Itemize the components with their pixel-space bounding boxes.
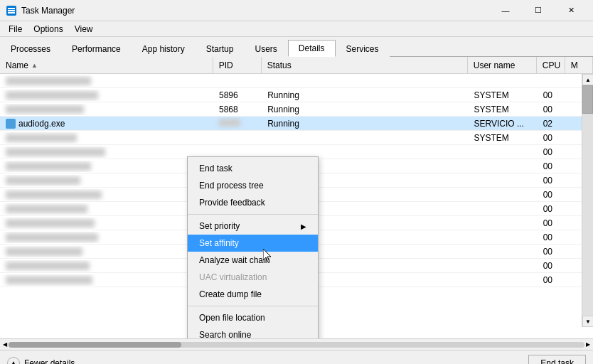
cell-username: SYSTEM — [468, 103, 537, 116]
cell-username — [468, 279, 537, 282]
blurred-name — [6, 148, 105, 156]
h-scroll-thumb[interactable] — [9, 342, 181, 348]
cell-username: SERVICIO ... — [468, 117, 537, 130]
cell-status: Running — [262, 89, 468, 102]
col-status[interactable]: Status — [262, 57, 468, 73]
table-row-selected[interactable]: audiodg.exe Running SERVICIO ... 02 — [0, 117, 593, 131]
cell-name — [0, 104, 213, 115]
cell-pid: 5868 — [213, 103, 262, 116]
cell-username — [468, 250, 537, 253]
tab-services[interactable]: Services — [336, 41, 390, 57]
cell-status: Running — [262, 117, 468, 130]
fewer-details-button[interactable]: ▲ Fewer details — [7, 357, 75, 365]
end-task-button[interactable]: End task — [528, 355, 586, 365]
context-menu: End task End process tree Provide feedba… — [187, 156, 319, 338]
minimize-button[interactable]: — — [489, 0, 522, 21]
cell-username — [468, 165, 537, 168]
scroll-right-button[interactable]: ▶ — [586, 341, 590, 348]
col-pid[interactable]: PID — [213, 57, 262, 73]
svg-rect-3 — [8, 8, 15, 9]
submenu-arrow: ▶ — [301, 223, 306, 230]
h-scroll-track[interactable] — [9, 342, 584, 348]
menu-view[interactable]: View — [69, 23, 99, 36]
cell-username — [468, 80, 537, 82]
cell-name — [0, 260, 213, 272]
ctx-create-dump-file[interactable]: Create dump file — [188, 286, 318, 303]
blurred-name — [6, 134, 77, 142]
table-row[interactable]: 5896 Running SYSTEM 00 — [0, 88, 593, 102]
blurred-name — [6, 176, 80, 185]
cell-cpu: 00 — [538, 174, 565, 187]
cell-name — [0, 146, 213, 158]
process-icon — [6, 119, 16, 129]
cell-name — [0, 189, 213, 200]
cell-username — [468, 151, 537, 154]
tab-startup[interactable]: Startup — [196, 41, 245, 57]
cell-cpu: 00 — [538, 231, 565, 244]
blurred-name — [6, 105, 84, 114]
ctx-open-file-location[interactable]: Open file location — [188, 309, 318, 326]
scroll-track[interactable] — [582, 85, 593, 316]
cell-cpu: 00 — [538, 103, 565, 116]
scroll-up-button[interactable]: ▲ — [582, 74, 593, 85]
blurred-name — [6, 247, 82, 256]
blurred-name — [6, 205, 87, 213]
ctx-set-affinity[interactable]: Set affinity — [188, 235, 318, 252]
menu-file[interactable]: File — [3, 23, 28, 36]
table-row[interactable]: 5868 Running SYSTEM 00 — [0, 102, 593, 117]
col-cpu[interactable]: CPU — [537, 57, 565, 73]
main-content: Name ▲ PID Status User name CPU M — [0, 57, 593, 338]
ctx-end-process-tree[interactable]: End process tree — [188, 177, 318, 194]
cell-status: Running — [262, 103, 468, 116]
cell-name — [0, 232, 213, 243]
horizontal-scrollbar[interactable]: ◀ ▶ — [0, 338, 593, 350]
blurred-name — [6, 91, 98, 100]
scroll-down-button[interactable]: ▼ — [582, 316, 593, 327]
cell-status — [262, 80, 468, 82]
cell-username — [468, 193, 537, 196]
cell-cpu: 02 — [538, 117, 565, 130]
cell-username: SYSTEM — [468, 132, 537, 144]
cell-name — [0, 274, 213, 286]
cell-username — [468, 179, 537, 182]
table-row[interactable]: SYSTEM 00 — [0, 131, 593, 145]
scroll-thumb[interactable] — [582, 85, 593, 114]
ctx-analyze-wait-chain[interactable]: Analyze wait chain — [188, 252, 318, 269]
col-mem[interactable]: M — [565, 57, 593, 73]
tab-details[interactable]: Details — [288, 40, 336, 57]
table-row[interactable] — [0, 74, 593, 88]
ctx-search-online[interactable]: Search online — [188, 326, 318, 338]
menu-options[interactable]: Options — [28, 23, 68, 36]
cell-cpu: 00 — [538, 132, 565, 144]
blurred-name — [6, 191, 102, 199]
tab-performance[interactable]: Performance — [61, 41, 132, 57]
cell-pid — [213, 136, 262, 139]
cell-cpu: 00 — [538, 274, 565, 287]
tab-users[interactable]: Users — [244, 41, 287, 57]
table-header: Name ▲ PID Status User name CPU M — [0, 57, 593, 74]
cell-cpu: 00 — [538, 89, 565, 102]
vertical-scrollbar[interactable]: ▲ ▼ — [582, 74, 593, 327]
app-icon — [6, 5, 17, 16]
svg-rect-1 — [8, 10, 15, 11]
cell-cpu: 00 — [538, 160, 565, 173]
ctx-end-task[interactable]: End task — [188, 160, 318, 177]
maximize-button[interactable]: ☐ — [522, 0, 555, 21]
cell-status — [262, 151, 468, 154]
blurred-name — [6, 262, 90, 270]
cell-username — [468, 264, 537, 267]
cell-name — [0, 203, 213, 215]
col-name[interactable]: Name ▲ — [0, 57, 213, 73]
ctx-set-priority[interactable]: Set priority ▶ — [188, 218, 318, 235]
ctx-provide-feedback[interactable]: Provide feedback — [188, 194, 318, 211]
cell-cpu: 00 — [538, 146, 565, 159]
col-username[interactable]: User name — [468, 57, 537, 73]
blurred-pid — [219, 119, 240, 127]
blurred-name — [6, 276, 92, 284]
tab-processes[interactable]: Processes — [0, 41, 61, 57]
close-button[interactable]: ✕ — [555, 0, 587, 21]
tab-app-history[interactable]: App history — [132, 41, 196, 57]
cell-pid: 5896 — [213, 89, 262, 102]
scroll-left-button[interactable]: ◀ — [3, 341, 7, 348]
cell-name — [0, 246, 213, 257]
